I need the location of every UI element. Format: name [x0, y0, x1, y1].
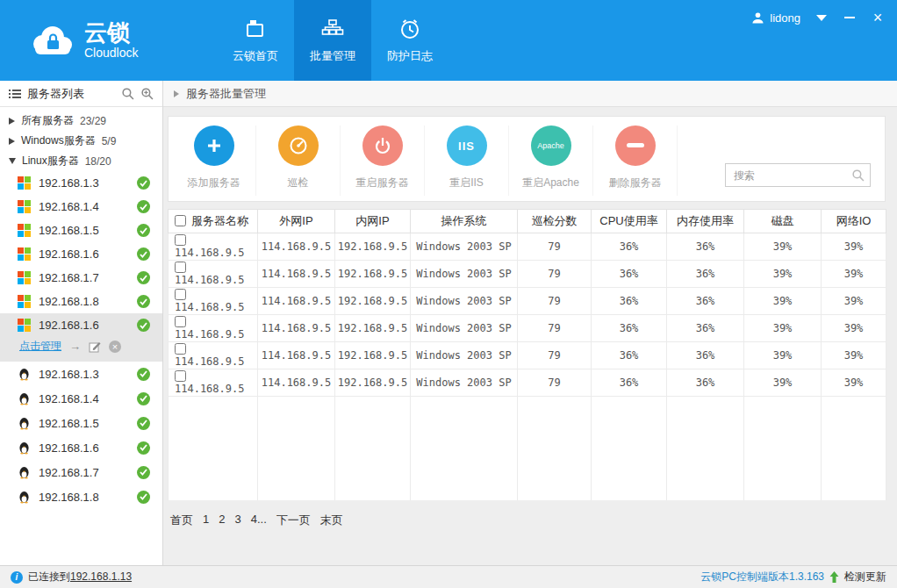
- server-table: 服务器名称 外网IP 内网IP 操作系统 巡检分数 CPU使用率 内存使用率 磁…: [168, 209, 886, 500]
- pagination-first[interactable]: 首页: [170, 513, 193, 528]
- row-checkbox[interactable]: [175, 370, 186, 382]
- table-row[interactable]: 114.168.9.5 114.168.9.5 192.168.9.5 Wind…: [169, 315, 886, 342]
- table-row[interactable]: 114.168.9.5 114.168.9.5 192.168.9.5 Wind…: [169, 261, 886, 288]
- server-item[interactable]: 192.168.1.4: [0, 195, 162, 219]
- server-item[interactable]: 192.168.1.8: [0, 484, 162, 509]
- group-label: Windows服务器: [21, 133, 96, 148]
- pagination-page-1[interactable]: 1: [203, 513, 209, 528]
- server-item[interactable]: 192.168.1.5: [0, 411, 162, 435]
- windows-icon: [18, 319, 31, 332]
- server-item[interactable]: 192.168.1.6: [0, 242, 162, 266]
- pagination-page-3[interactable]: 3: [234, 513, 240, 528]
- row-checkbox[interactable]: [175, 262, 186, 273]
- row-checkbox[interactable]: [175, 316, 186, 327]
- group-label: Linux服务器: [22, 154, 79, 169]
- close-icon: ×: [873, 10, 883, 25]
- header-right: lidong ×: [751, 11, 885, 25]
- row-checkbox[interactable]: [175, 343, 186, 355]
- remove-icon[interactable]: ×: [109, 341, 121, 353]
- close-button[interactable]: ×: [871, 11, 885, 25]
- group-count: 23/29: [80, 115, 106, 127]
- tab-home[interactable]: 云锁首页: [217, 0, 294, 81]
- status-ok-icon: [137, 392, 150, 405]
- column-score: 巡检分数: [518, 210, 592, 233]
- server-ip: 192.168.1.6: [39, 441, 129, 455]
- manage-link[interactable]: 点击管理: [19, 339, 61, 354]
- server-ip: 192.168.1.4: [39, 392, 129, 405]
- status-ok-icon: [137, 441, 150, 455]
- server-item[interactable]: 192.168.1.3: [0, 171, 162, 195]
- server-item[interactable]: 192.168.1.7: [0, 460, 162, 484]
- row-checkbox[interactable]: [175, 234, 186, 246]
- tree-group-all-servers[interactable]: 所有服务器 23/29: [0, 111, 162, 131]
- sidebar: 服务器列表 所有服务器 23/29 Windows服务器: [0, 81, 163, 565]
- home-window-icon: [244, 18, 267, 40]
- cloudlock-window: 云锁 Cloudlock 云锁首页 批量管理: [0, 0, 897, 588]
- status-ok-icon: [137, 491, 150, 504]
- pagination-last[interactable]: 末页: [320, 513, 343, 528]
- windows-icon: [18, 200, 31, 213]
- inspect-button[interactable]: 巡检: [256, 125, 341, 196]
- server-ip: 192.168.1.5: [39, 417, 129, 430]
- server-item[interactable]: 192.168.1.7: [0, 266, 162, 290]
- server-ip: 192.168.1.7: [39, 466, 129, 479]
- restart-server-button[interactable]: 重启服务器: [341, 125, 425, 196]
- server-ip: 192.168.1.8: [39, 295, 129, 308]
- toolbar: 添加服务器 巡检 重启服务器: [168, 116, 886, 202]
- server-item-selected[interactable]: 192.168.1.6: [0, 313, 162, 337]
- table-row[interactable]: 114.168.9.5 114.168.9.5 192.168.9.5 Wind…: [169, 288, 886, 315]
- table-row[interactable]: 114.168.9.5 114.168.9.5 192.168.9.5 Wind…: [169, 233, 886, 261]
- server-ip: 192.168.1.6: [39, 247, 129, 261]
- pagination-page-4[interactable]: 4...: [251, 513, 267, 528]
- tree-group-linux-servers[interactable]: Linux服务器 18/20: [0, 151, 162, 171]
- linux-icon: [18, 416, 31, 430]
- column-disk: 磁盘: [744, 210, 822, 233]
- button-label: 重启IIS: [449, 176, 484, 190]
- server-manage-row: 点击管理 → ×: [0, 337, 162, 362]
- tab-label: 批量管理: [310, 48, 355, 64]
- tab-protection-log[interactable]: 防护日志: [371, 0, 448, 81]
- connected-text: 已连接到192.168.1.13: [28, 570, 132, 584]
- search-icon[interactable]: [121, 87, 134, 100]
- server-ip: 192.168.1.3: [39, 368, 129, 381]
- tree-group-windows-servers[interactable]: Windows服务器 5/9: [0, 131, 162, 151]
- column-mem: 内存使用率: [667, 210, 744, 233]
- search-input[interactable]: [725, 163, 871, 187]
- pagination-next[interactable]: 下一页: [276, 513, 311, 528]
- table-row[interactable]: 114.168.9.5 114.168.9.5 192.168.9.5 Wind…: [169, 342, 886, 369]
- main-nav: 云锁首页 批量管理 防护日志: [217, 0, 448, 81]
- check-update-link[interactable]: 检测更新: [844, 570, 886, 584]
- table-row[interactable]: 114.168.9.5 114.168.9.5 192.168.9.5 Wind…: [169, 369, 886, 397]
- tab-batch-management[interactable]: 批量管理: [294, 0, 371, 81]
- restart-iis-button[interactable]: IIS 重启IIS: [425, 125, 509, 196]
- row-checkbox[interactable]: [175, 289, 186, 300]
- sidebar-title: 服务器列表: [27, 86, 84, 102]
- linux-icon: [18, 367, 31, 381]
- server-item[interactable]: 192.168.1.6: [0, 435, 162, 460]
- edit-icon[interactable]: [89, 341, 101, 353]
- delete-server-button[interactable]: 删除服务器: [593, 125, 678, 196]
- button-label: 重启Apache: [522, 176, 579, 190]
- column-os: 操作系统: [411, 210, 518, 233]
- windows-icon: [18, 224, 31, 237]
- connected-ip-link[interactable]: 192.168.1.13: [70, 570, 132, 583]
- zoom-in-icon[interactable]: [140, 87, 154, 100]
- iis-icon: IIS: [447, 125, 487, 166]
- button-label: 重启服务器: [356, 176, 409, 190]
- server-ip: 192.168.1.8: [39, 491, 129, 504]
- server-item[interactable]: 192.168.1.5: [0, 219, 162, 242]
- search-icon: [851, 169, 865, 185]
- list-icon[interactable]: [9, 89, 21, 99]
- dropdown-button[interactable]: [814, 11, 829, 25]
- pagination-page-2[interactable]: 2: [219, 513, 225, 528]
- server-ip: 192.168.1.3: [39, 176, 129, 190]
- add-server-button[interactable]: 添加服务器: [172, 125, 256, 196]
- user-menu[interactable]: lidong: [751, 11, 800, 25]
- server-item[interactable]: 192.168.1.3: [0, 362, 162, 386]
- select-all-checkbox[interactable]: [175, 215, 186, 226]
- minimize-button[interactable]: [843, 11, 857, 25]
- restart-apache-button[interactable]: Apache 重启Apache: [509, 125, 593, 196]
- server-item[interactable]: 192.168.1.4: [0, 386, 162, 411]
- column-wan-ip: 外网IP: [258, 210, 335, 233]
- server-item[interactable]: 192.168.1.8: [0, 290, 162, 313]
